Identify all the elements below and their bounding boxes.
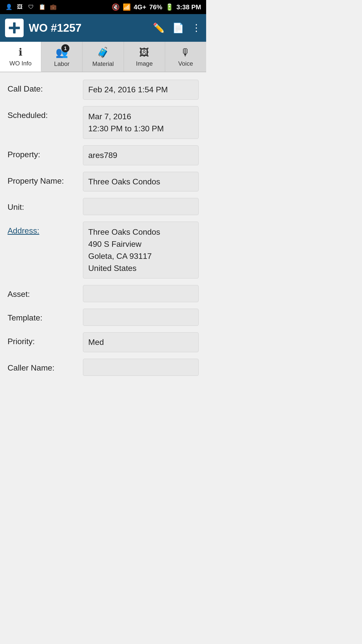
- app-bar: WO #1257 ✏️ 📄 ⋮: [0, 14, 206, 42]
- wo-info-content: Call Date: Feb 24, 2016 1:54 PM Schedule…: [0, 72, 206, 392]
- property-value: ares789: [83, 145, 199, 165]
- asset-value: [83, 285, 199, 302]
- document-check-icon[interactable]: 📄: [172, 22, 184, 33]
- tab-voice[interactable]: 🎙 Voice: [165, 42, 206, 72]
- material-tab-icon: 🧳: [97, 47, 109, 58]
- address-label[interactable]: Address:: [8, 222, 78, 235]
- tab-labor[interactable]: 👥 1 Labor: [41, 42, 82, 72]
- unit-value: [83, 198, 199, 215]
- tab-bar: ℹ WO Info 👥 1 Labor 🧳 Material 🖼 Image 🎙…: [0, 42, 206, 72]
- battery-icon: 🔋: [165, 3, 173, 11]
- person-icon: 👤: [5, 3, 13, 11]
- property-name-value: Three Oaks Condos: [83, 172, 199, 192]
- property-name-row: Property Name: Three Oaks Condos: [8, 172, 199, 192]
- app-logo: [5, 19, 24, 37]
- edit-icon[interactable]: ✏️: [153, 22, 165, 33]
- address-row: Address: Three Oaks Condos490 S Fairview…: [8, 222, 199, 278]
- priority-value: Med: [83, 332, 199, 352]
- unit-label: Unit:: [8, 198, 78, 212]
- template-value: [83, 309, 199, 326]
- address-value: Three Oaks Condos490 S FairviewGoleta, C…: [83, 222, 199, 278]
- template-row: Template:: [8, 309, 199, 326]
- property-name-label: Property Name:: [8, 172, 78, 186]
- time-display: 3:38 PM: [176, 3, 201, 11]
- asset-row: Asset:: [8, 285, 199, 302]
- shield-icon: 🛡: [27, 3, 35, 11]
- caller-name-label: Caller Name:: [8, 359, 78, 373]
- scheduled-row: Scheduled: Mar 7, 201612:30 PM to 1:30 P…: [8, 106, 199, 139]
- tab-image[interactable]: 🖼 Image: [124, 42, 165, 72]
- status-right: 🔇 📶 4G+ 76% 🔋 3:38 PM: [112, 3, 201, 11]
- asset-label: Asset:: [8, 285, 78, 299]
- unit-row: Unit:: [8, 198, 199, 215]
- template-label: Template:: [8, 309, 78, 323]
- property-row: Property: ares789: [8, 145, 199, 165]
- call-date-label: Call Date:: [8, 80, 78, 94]
- tab-labor-label: Labor: [54, 60, 69, 67]
- tab-material-label: Material: [92, 60, 114, 67]
- briefcase-icon: 💼: [49, 3, 57, 11]
- work-order-title: WO #1257: [29, 22, 148, 34]
- mute-icon: 🔇: [112, 3, 120, 11]
- battery-text: 76%: [149, 3, 162, 11]
- priority-label: Priority:: [8, 332, 78, 346]
- clipboard-icon: 📋: [38, 3, 46, 11]
- call-date-row: Call Date: Feb 24, 2016 1:54 PM: [8, 80, 199, 100]
- tab-wo-info[interactable]: ℹ WO Info: [0, 42, 41, 72]
- call-date-value: Feb 24, 2016 1:54 PM: [83, 80, 199, 100]
- caller-name-value: [83, 359, 199, 376]
- tab-image-label: Image: [136, 60, 153, 67]
- voice-tab-icon: 🎙: [180, 47, 191, 58]
- priority-row: Priority: Med: [8, 332, 199, 352]
- image-tab-icon: 🖼: [139, 47, 149, 58]
- logo-cross-icon: [9, 22, 20, 33]
- status-bar: 👤 🖼 🛡 📋 💼 🔇 📶 4G+ 76% 🔋 3:38 PM: [0, 0, 206, 14]
- status-icons: 👤 🖼 🛡 📋 💼: [5, 3, 57, 11]
- image-icon: 🖼: [16, 3, 24, 11]
- caller-name-row: Caller Name:: [8, 359, 199, 376]
- tab-wo-info-label: WO Info: [10, 60, 32, 67]
- labor-badge: 1: [61, 44, 69, 52]
- wifi-icon: 📶: [123, 3, 131, 11]
- signal-text: 4G+: [134, 3, 146, 11]
- scheduled-label: Scheduled:: [8, 106, 78, 120]
- info-tab-icon: ℹ: [19, 46, 22, 58]
- app-bar-actions: ✏️ 📄 ⋮: [153, 22, 201, 33]
- tab-material[interactable]: 🧳 Material: [82, 42, 124, 72]
- more-options-icon[interactable]: ⋮: [192, 22, 201, 33]
- scheduled-value: Mar 7, 201612:30 PM to 1:30 PM: [83, 106, 199, 139]
- tab-voice-label: Voice: [178, 60, 193, 67]
- property-label: Property:: [8, 145, 78, 159]
